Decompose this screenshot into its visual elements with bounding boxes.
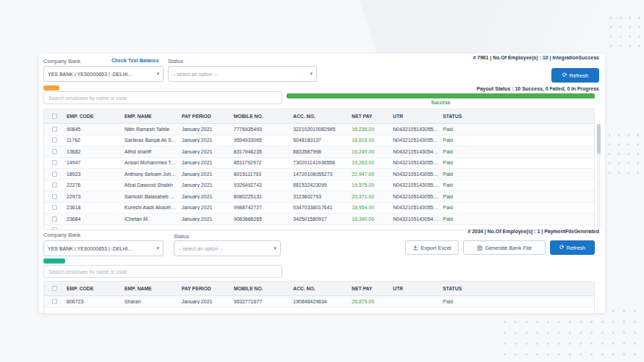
utr-cell: N043210514305533 xyxy=(391,138,441,143)
company-bank-label-2: Company Bank xyxy=(43,232,80,238)
emp-name-cell: Afzal Dawood Shaikh xyxy=(122,182,179,188)
emp-name-cell: iChetan M. xyxy=(122,216,179,222)
status-cell: Paid xyxy=(441,172,594,177)
payout-progress-bar xyxy=(287,93,595,98)
emp-name-cell: Sarfaraz Bargat Ali Sa... xyxy=(122,138,179,143)
row-checkbox[interactable] xyxy=(52,194,57,199)
table-row[interactable]: 13682 Alfrid shariff January 2021 831794… xyxy=(44,146,594,158)
col-emp-code[interactable]: EMP. CODE xyxy=(64,114,122,119)
row-checkbox[interactable] xyxy=(52,216,57,222)
status-select[interactable]: -- select an option -- ▾ xyxy=(168,66,317,82)
table-row[interactable]: 90845 Nitin Ramesh Tahile January 2021 7… xyxy=(44,124,594,135)
batch-info-line: # 7961 | No.Of Employee(s) : 10 | Integr… xyxy=(295,55,599,60)
col-status[interactable]: STATUS xyxy=(441,286,594,291)
employee-table-2: EMP. CODE EMP. NAME PAY PERIOD MOBILE NO… xyxy=(43,281,595,314)
account-cell: 730201141936558 xyxy=(291,160,349,165)
export-excel-button[interactable]: Export Excel xyxy=(405,240,459,255)
account-cell: 5048183137 xyxy=(291,138,349,143)
refresh-button[interactable]: ⟳ Refresh xyxy=(551,68,599,83)
table-row[interactable]: 23618 Kureshi Aadil Abdulha... January 2… xyxy=(44,203,594,214)
scrollbar-thumb[interactable] xyxy=(597,124,601,154)
col-utr[interactable]: UTR xyxy=(391,286,441,291)
col-acc-no[interactable]: ACC. NO. xyxy=(291,114,349,119)
status-select-2-value: -- select an option -- xyxy=(178,246,223,251)
table-row[interactable]: 23684 iChetan M. January 2021 9083668265… xyxy=(44,214,594,225)
status-cell: Paid xyxy=(441,138,594,143)
emp-name-cell: Kureshi Aadil Abdulha... xyxy=(122,205,179,210)
col-mobile[interactable]: MOBILE NO. xyxy=(232,286,291,291)
status-cell: Paid xyxy=(441,205,594,210)
mobile-cell: 7776935493 xyxy=(232,127,291,132)
col-emp-name[interactable]: EMP. NAME xyxy=(122,286,179,291)
col-mobile[interactable]: MOBILE NO. xyxy=(232,114,291,119)
status-cell: Paid xyxy=(441,127,594,132)
search-input[interactable] xyxy=(43,91,282,104)
table-row[interactable]: 22276 Afzal Dawood Shaikh January 2021 9… xyxy=(44,180,594,192)
row-checkbox[interactable] xyxy=(52,205,57,210)
company-bank-select[interactable]: YES BANK | YES0000653 | -DELHI... ▾ xyxy=(43,66,164,82)
emp-code-cell: 14947 xyxy=(64,160,122,165)
col-net-pay[interactable]: NET PAY xyxy=(349,286,391,291)
utr-cell: N043210514305543 xyxy=(391,194,441,199)
payout-dashboard-card: Company Bank Check Test Balance Status Y… xyxy=(39,54,605,313)
select-all-checkbox-2[interactable] xyxy=(52,286,57,291)
net-pay-cell: 16,249.00 xyxy=(349,149,391,154)
emp-code-cell: 18923 xyxy=(64,172,122,177)
emp-code-cell: 13682 xyxy=(64,149,122,154)
status-cell: Paid xyxy=(441,160,594,165)
pay-period-cell: January 2021 xyxy=(179,299,232,304)
net-pay-cell: 19,263.00 xyxy=(349,160,391,165)
status-label: Status xyxy=(168,58,183,64)
col-utr[interactable]: UTR xyxy=(391,114,441,119)
check-test-balance-link[interactable]: Check Test Balance xyxy=(111,58,159,63)
table-row[interactable]: 11762 Sarfaraz Bargat Ali Sa... January … xyxy=(44,135,594,147)
employee-table-2-header: EMP. CODE EMP. NAME PAY PERIOD MOBILE NO… xyxy=(44,282,594,296)
status-label-2: Status xyxy=(174,233,189,240)
account-cell: 03470338017641 xyxy=(291,205,349,210)
row-checkbox[interactable] xyxy=(52,138,57,143)
utr-cell: N043210514305539 xyxy=(391,160,441,165)
col-pay-period[interactable]: PAY PERIOD xyxy=(179,114,232,119)
mobile-cell: 8317946235 xyxy=(232,149,291,154)
emp-name-cell: Ansari Mohammed Tal... xyxy=(122,160,179,165)
col-emp-name[interactable]: EMP. NAME xyxy=(122,114,179,119)
table-row[interactable]: 22973 Santosh Balasaheb Pa... January 20… xyxy=(44,191,594,203)
row-checkbox[interactable] xyxy=(52,149,57,154)
employee-table-body: 90845 Nitin Ramesh Tahile January 2021 7… xyxy=(44,124,594,230)
table-scrollbar[interactable] xyxy=(597,124,601,229)
col-net-pay[interactable]: NET PAY xyxy=(349,114,391,119)
utr-cell: N043210514305526 xyxy=(391,127,441,132)
col-emp-code[interactable]: EMP. CODE xyxy=(64,286,122,291)
row-checkbox[interactable] xyxy=(52,127,57,132)
net-pay-cell: 18,954.00 xyxy=(349,205,391,210)
mobile-cell: 9988742727 xyxy=(232,205,291,210)
col-status[interactable]: STATUS xyxy=(441,114,594,119)
col-pay-period[interactable]: PAY PERIOD xyxy=(179,286,232,291)
account-cell: 3123602793 xyxy=(291,194,349,199)
utr-cell: N043210514305499 xyxy=(391,216,441,222)
row-checkbox[interactable] xyxy=(52,172,57,177)
company-bank-select-2-value: YES BANK | YES0000653 | -DELHI... xyxy=(48,246,132,251)
generate-bank-file-button[interactable]: Generate Bank File xyxy=(463,240,546,255)
generate-bank-file-label: Generate Bank File xyxy=(485,245,532,251)
table-row[interactable]: 806723 Sharan January 2021 9632771677 19… xyxy=(44,296,594,308)
table-row[interactable]: 18923 Anthony Selvam John... January 202… xyxy=(44,169,594,180)
row-checkbox[interactable] xyxy=(52,160,57,165)
refresh-button-2-label: Refresh xyxy=(567,245,585,251)
col-acc-no[interactable]: ACC. NO. xyxy=(291,286,349,291)
mobile-cell: 9326492743 xyxy=(232,182,291,188)
refresh-icon: ⟳ xyxy=(559,245,564,251)
decorative-dots-top xyxy=(606,13,644,52)
company-bank-select-2[interactable]: YES BANK | YES0000653 | -DELHI... ▾ xyxy=(43,240,164,256)
pay-period-cell: January 2021 xyxy=(179,172,232,177)
row-checkbox[interactable] xyxy=(52,227,57,230)
emp-code-cell: 23684 xyxy=(64,216,122,222)
refresh-button-2[interactable]: ⟳ Refresh xyxy=(550,240,595,255)
row-checkbox[interactable] xyxy=(52,182,57,188)
row-checkbox[interactable] xyxy=(52,299,57,304)
emp-code-cell: 22973 xyxy=(64,194,122,199)
select-all-checkbox[interactable] xyxy=(52,114,57,119)
search-input-2[interactable] xyxy=(43,265,282,278)
status-select-2[interactable]: -- select an option -- ▾ xyxy=(174,240,281,256)
table-row[interactable]: 14947 Ansari Mohammed Tal... January 202… xyxy=(44,158,594,169)
